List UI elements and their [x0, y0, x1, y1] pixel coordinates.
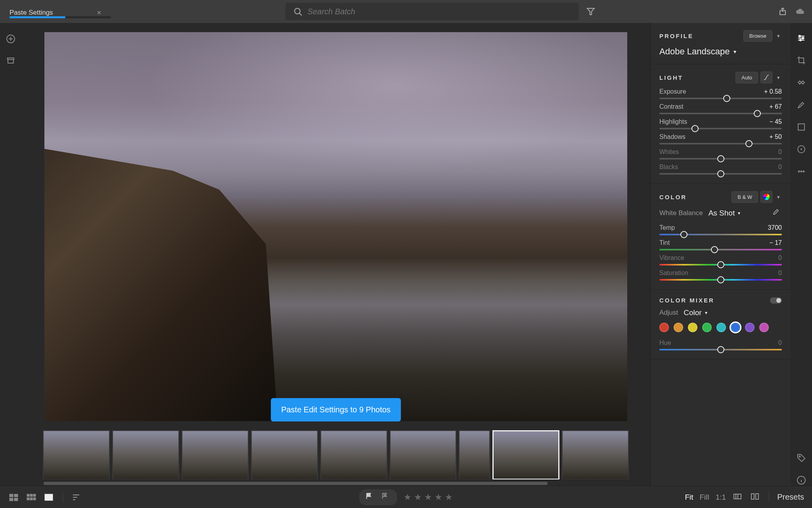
thumbnail[interactable] — [320, 430, 387, 479]
svg-point-14 — [801, 171, 802, 172]
zoom-controls: Fit Fill 1:1 — [685, 492, 761, 503]
crop-icon[interactable] — [796, 55, 807, 66]
flag-reject-icon[interactable] — [381, 492, 392, 503]
thumbnail[interactable] — [43, 430, 110, 479]
slider-track[interactable] — [659, 113, 782, 114]
browse-button[interactable]: Browse — [743, 30, 772, 42]
slider-track[interactable] — [659, 143, 782, 144]
slider-track[interactable] — [659, 234, 782, 235]
slider-track[interactable] — [659, 249, 782, 250]
thumbnail[interactable] — [390, 430, 457, 479]
chevron-down-icon: ▾ — [738, 210, 740, 216]
thumbnail[interactable] — [459, 430, 490, 479]
close-icon[interactable]: ✕ — [97, 10, 102, 16]
thumbnail[interactable] — [251, 430, 318, 479]
thumbnail[interactable] — [562, 430, 629, 479]
color-swatch[interactable] — [688, 323, 697, 332]
radial-gradient-icon[interactable] — [796, 144, 807, 155]
healing-icon[interactable] — [796, 77, 807, 88]
slider-highlights: Highlights− 45 — [659, 118, 782, 129]
grid-small-icon[interactable] — [8, 493, 20, 502]
adjust-dropdown[interactable]: Color ▾ — [684, 308, 707, 317]
sort-icon[interactable] — [71, 492, 82, 503]
slider-track[interactable] — [659, 173, 782, 175]
auto-button[interactable]: Auto — [735, 72, 758, 83]
single-view-icon[interactable] — [43, 493, 55, 502]
svg-rect-18 — [10, 494, 13, 497]
rating-stars[interactable]: ★ ★ ★ ★ ★ — [404, 492, 453, 502]
thumbnail[interactable] — [112, 430, 179, 479]
mixer-toggle[interactable] — [770, 297, 782, 304]
slider-vibrance: Vibrance0 — [659, 254, 782, 266]
search-input[interactable] — [308, 7, 571, 16]
slider-whites: Whites0 — [659, 148, 782, 160]
share-icon[interactable] — [777, 6, 788, 17]
svg-rect-31 — [756, 494, 758, 499]
hue-slider[interactable] — [659, 349, 782, 350]
edit-sliders-icon[interactable] — [796, 33, 807, 44]
color-swatch[interactable] — [674, 323, 683, 332]
color-swatch[interactable] — [745, 323, 755, 332]
profile-value: Adobe Landscape — [659, 46, 730, 57]
slider-value: − 17 — [769, 239, 782, 246]
svg-rect-19 — [14, 494, 18, 497]
slider-label: Saturation — [659, 269, 688, 277]
color-wheel-icon[interactable] — [760, 191, 772, 203]
compare-icon[interactable] — [750, 492, 761, 503]
zoom-1to1[interactable]: 1:1 — [716, 493, 726, 502]
slider-exposure: Exposure+ 0.58 — [659, 88, 782, 99]
white-balance-dropdown[interactable]: As Shot ▾ — [709, 209, 741, 217]
slider-tint: Tint− 17 — [659, 239, 782, 250]
more-icon[interactable] — [796, 166, 807, 177]
edit-panel: PROFILE Browse ▾ Adobe Landscape ▾ LIGHT… — [650, 23, 791, 486]
color-swatch[interactable] — [702, 323, 712, 332]
svg-point-8 — [802, 37, 804, 39]
chevron-down-icon[interactable]: ▾ — [775, 33, 782, 39]
slider-track[interactable] — [659, 264, 782, 266]
filmstrip-scrollbar[interactable] — [43, 481, 629, 486]
search-input-wrap[interactable] — [285, 3, 579, 20]
color-swatch[interactable] — [659, 323, 669, 332]
thumbnail-selected[interactable] — [492, 430, 559, 479]
thumbnail-row — [43, 430, 629, 479]
color-swatch[interactable] — [731, 323, 740, 332]
svg-point-16 — [799, 456, 801, 457]
info-icon[interactable] — [796, 475, 807, 486]
eyedropper-icon[interactable] — [771, 208, 782, 219]
svg-rect-21 — [14, 498, 18, 501]
tag-icon[interactable] — [796, 452, 807, 464]
slider-value: 3700 — [768, 224, 782, 231]
archive-icon[interactable] — [5, 55, 16, 66]
thumbnail[interactable] — [182, 430, 249, 479]
svg-rect-25 — [27, 498, 29, 500]
grid-large-icon[interactable] — [25, 493, 37, 502]
slider-track[interactable] — [659, 98, 782, 99]
white-balance-label: White Balance — [659, 209, 703, 217]
slider-track[interactable] — [659, 128, 782, 129]
image-canvas[interactable]: Paste Edit Settings to 9 Photos — [21, 23, 650, 430]
bw-button[interactable]: B & W — [732, 191, 758, 203]
slider-temp: Temp3700 — [659, 224, 782, 235]
cloud-icon[interactable] — [795, 6, 806, 17]
color-swatch[interactable] — [759, 323, 769, 332]
profile-dropdown[interactable]: Adobe Landscape ▾ — [659, 46, 782, 57]
color-swatch[interactable] — [716, 323, 726, 332]
document-tab[interactable]: Paste Settings ✕ — [6, 0, 105, 23]
zoom-picker-icon[interactable] — [732, 492, 743, 503]
chevron-down-icon[interactable]: ▾ — [775, 75, 782, 81]
flag-pick-icon[interactable] — [365, 492, 376, 503]
filter-icon[interactable] — [585, 6, 596, 17]
zoom-fit[interactable]: Fit — [685, 493, 693, 502]
brush-icon[interactable] — [796, 99, 807, 110]
bottom-bar: ★ ★ ★ ★ ★ Fit Fill 1:1 Presets — [0, 486, 812, 508]
linear-gradient-icon[interactable] — [796, 121, 807, 133]
svg-point-7 — [799, 35, 801, 37]
presets-button[interactable]: Presets — [777, 493, 804, 502]
tone-curve-icon[interactable] — [760, 71, 772, 83]
slider-track[interactable] — [659, 158, 782, 160]
chevron-down-icon[interactable]: ▾ — [775, 194, 782, 200]
slider-track[interactable] — [659, 279, 782, 281]
add-photo-icon[interactable] — [5, 33, 16, 44]
svg-rect-10 — [798, 124, 804, 130]
zoom-fill[interactable]: Fill — [699, 493, 709, 502]
